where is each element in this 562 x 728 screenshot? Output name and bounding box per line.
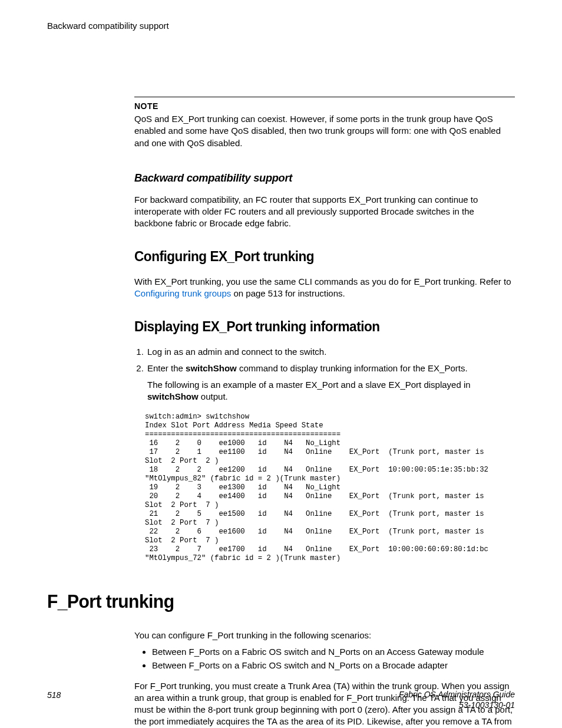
heading-configuring-export: Configuring EX_Port trunking [134, 247, 492, 266]
heading-backward-compat: Backward compatibility support [134, 170, 500, 186]
text: Enter the [147, 363, 186, 373]
fport-intro: You can configure F_Port trunking in the… [134, 630, 515, 641]
running-header: Backward compatibility support [47, 20, 515, 32]
text: The following is an example of a master … [147, 380, 471, 390]
note-rule [134, 97, 515, 97]
text: on page 513 for instructions. [231, 288, 345, 298]
step-1: Log in as an admin and connect to the sw… [146, 346, 515, 358]
text: command to display trunking information … [237, 363, 468, 373]
note-label: NOTE [134, 101, 515, 112]
step-2: Enter the switchShow command to display … [146, 363, 515, 403]
fport-scenarios: Between F_Ports on a Fabric OS switch an… [134, 646, 515, 672]
link-configuring-trunk-groups[interactable]: Configuring trunk groups [134, 288, 231, 298]
text: With EX_Port trunking, you use the same … [134, 276, 511, 286]
footer-title: Fabric OS Administrators Guide 53-100313… [399, 690, 515, 710]
para-configuring-export: With EX_Port trunking, you use the same … [134, 276, 515, 300]
command-switchshow: switchShow [186, 363, 237, 373]
para-backward-compat: For backward compatibility, an FC router… [134, 194, 515, 230]
heading-fport-trunking: F_Port trunking [47, 589, 487, 614]
cli-output: switch:admin> switchshow Index Slot Port… [145, 413, 515, 563]
list-item: Between F_Ports on a Fabric OS switch an… [152, 660, 515, 671]
procedure-steps: Log in as an admin and connect to the sw… [134, 346, 515, 403]
step-text: Log in as an admin and connect to the sw… [147, 347, 326, 357]
note-body: QoS and EX_Port trunking can coexist. Ho… [134, 113, 515, 149]
heading-displaying-export: Displaying EX_Port trunking information [134, 317, 492, 336]
page-number: 518 [47, 690, 61, 710]
command-switchshow: switchShow [147, 391, 199, 401]
list-item: Between F_Ports on a Fabric OS switch an… [152, 646, 515, 658]
page-footer: 518 Fabric OS Administrators Guide 53-10… [47, 690, 515, 710]
text: output. [199, 391, 228, 401]
step-2-detail: The following is an example of a master … [147, 379, 515, 403]
